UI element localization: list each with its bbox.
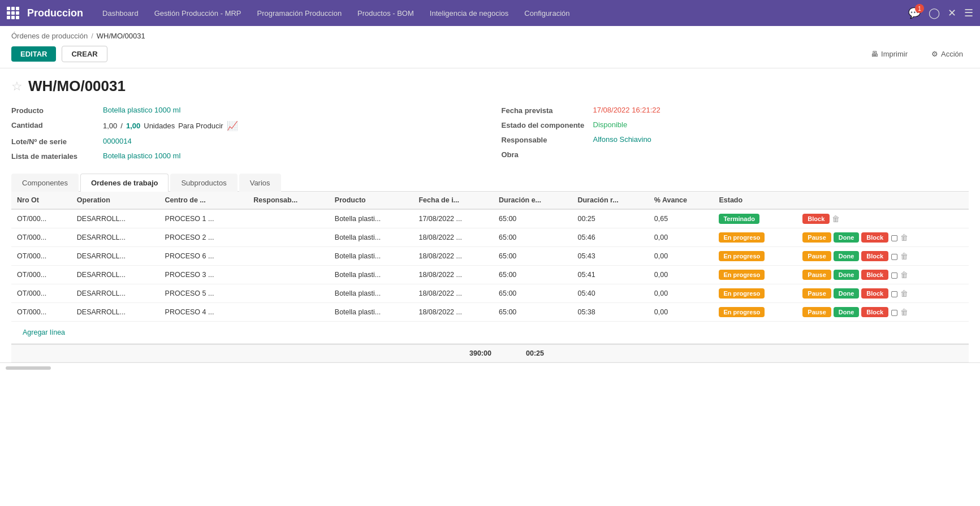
tab-subproductos[interactable]: Subproductos	[170, 174, 237, 192]
mobile-icon-row2[interactable]: ▢	[891, 252, 898, 261]
chart-icon[interactable]: 📈	[227, 120, 238, 131]
delete-icon-row0[interactable]: 🗑	[832, 214, 840, 223]
pause-button-row4[interactable]: Pause	[802, 288, 831, 299]
tab-ordenes[interactable]: Ordenes de trabajo	[80, 174, 169, 192]
cell-estado: En progreso	[713, 303, 797, 322]
delete-icon-row3[interactable]: 🗑	[900, 270, 908, 279]
cell-nro-ot: OT/000...	[11, 228, 71, 247]
table-row: OT/000... DESARROLL... PROCESO 4 ... Bot…	[11, 303, 969, 322]
table-footer-row: 390:00 00:25	[11, 344, 969, 362]
editar-button[interactable]: EDITAR	[11, 46, 56, 62]
done-button-row4[interactable]: Done	[834, 288, 860, 299]
done-button-row2[interactable]: Done	[834, 251, 860, 261]
lista-label: Lista de materiales	[11, 152, 96, 161]
cell-actions-row5: Pause Done Block ▢ 🗑	[797, 303, 969, 322]
mobile-icon-row3[interactable]: ▢	[891, 270, 898, 279]
cell-avance: 0,00	[649, 228, 714, 247]
tab-varios[interactable]: Varios	[239, 174, 281, 192]
nav-programacion[interactable]: Programación Produccion	[249, 0, 350, 26]
cell-responsable	[248, 228, 329, 247]
app-title: Produccion	[27, 7, 83, 19]
cantidad-para: Para Producir	[178, 122, 223, 130]
scrollbar-thumb[interactable]	[6, 366, 51, 370]
cell-operation: DESARROLL...	[71, 266, 159, 284]
status-badge-terminado: Terminado	[719, 214, 759, 224]
delete-icon-row4[interactable]: 🗑	[900, 289, 908, 298]
cell-responsable	[248, 247, 329, 266]
favorite-star-icon[interactable]: ☆	[11, 79, 23, 94]
done-button-row1[interactable]: Done	[834, 232, 860, 243]
block-button-row1[interactable]: Block	[861, 232, 888, 243]
mobile-icon-row1[interactable]: ▢	[891, 233, 898, 242]
fecha-value: 17/08/2022 16:21:22	[593, 106, 660, 114]
pause-button-row2[interactable]: Pause	[802, 251, 831, 261]
status-badge-enprogreso: En progreso	[719, 232, 765, 243]
delete-icon-row5[interactable]: 🗑	[900, 308, 908, 317]
mobile-icon-row5[interactable]: ▢	[891, 308, 898, 317]
cell-avance: 0,65	[649, 209, 714, 228]
block-button-row0[interactable]: Block	[802, 214, 830, 224]
breadcrumb-separator: /	[91, 32, 93, 40]
table-row: OT/000... DESARROLL... PROCESO 5 ... Bot…	[11, 284, 969, 303]
cell-duracion-e: 65:00	[493, 284, 572, 303]
nav-productos[interactable]: Productos - BOM	[349, 0, 422, 26]
field-fecha: Fecha prevista 17/08/2022 16:21:22	[502, 103, 969, 118]
lista-value[interactable]: Botella plastico 1000 ml	[103, 152, 180, 160]
top-navigation: Produccion Dashboard Gestión Producción …	[0, 0, 980, 26]
cell-operation: DESARROLL...	[71, 303, 159, 322]
field-lista: Lista de materiales Botella plastico 100…	[11, 149, 479, 163]
user-menu-button[interactable]: ◯	[929, 7, 940, 19]
cell-centro: PROCESO 3 ...	[159, 266, 248, 284]
cell-fecha: 17/08/2022 ...	[413, 209, 493, 228]
close-button[interactable]: ✕	[948, 7, 956, 19]
tabs-bar: Componentes Ordenes de trabajo Subproduc…	[11, 174, 969, 192]
done-button-row3[interactable]: Done	[834, 270, 860, 280]
cell-estado: En progreso	[713, 266, 797, 284]
cell-centro: PROCESO 5 ...	[159, 284, 248, 303]
notifications-button[interactable]: 💬 1	[908, 7, 921, 19]
cell-operation: DESARROLL...	[71, 209, 159, 228]
pause-button-row1[interactable]: Pause	[802, 232, 831, 243]
cantidad-value: 1,00 / 1,00 Unidades Para Producir 📈	[103, 120, 238, 131]
nav-gestion[interactable]: Gestión Producción - MRP	[146, 0, 249, 26]
cell-avance: 0,00	[649, 247, 714, 266]
delete-icon-row1[interactable]: 🗑	[900, 233, 908, 242]
add-line-row: Agregar línea	[11, 322, 969, 344]
accion-button[interactable]: ⚙ Acción	[926, 46, 969, 62]
field-cantidad: Cantidad 1,00 / 1,00 Unidades Para Produ…	[11, 118, 479, 134]
producto-value[interactable]: Botella plastico 1000 ml	[103, 106, 180, 114]
responsable-label: Responsable	[502, 135, 586, 144]
nav-dashboard[interactable]: Dashboard	[94, 0, 146, 26]
cantidad-unit: Unidades	[144, 122, 175, 130]
horizontal-scrollbar[interactable]	[0, 362, 980, 373]
cell-centro: PROCESO 4 ...	[159, 303, 248, 322]
pause-button-row5[interactable]: Pause	[802, 307, 831, 317]
cell-producto: Botella plasti...	[329, 209, 413, 228]
nav-configuracion[interactable]: Configuración	[516, 0, 577, 26]
status-badge-enprogreso: En progreso	[719, 270, 765, 280]
block-button-row4[interactable]: Block	[861, 288, 888, 299]
cantidad-target[interactable]: 1,00	[126, 122, 140, 130]
field-lote: Lote/Nº de serie 0000014	[11, 134, 479, 149]
form-title: WH/MO/00031	[28, 77, 126, 95]
nav-inteligencia[interactable]: Inteligencia de negocios	[422, 0, 517, 26]
imprimir-button[interactable]: 🖶 Imprimir	[865, 46, 913, 62]
crear-button[interactable]: CREAR	[62, 46, 107, 62]
tab-componentes[interactable]: Componentes	[11, 174, 79, 192]
more-button[interactable]: ☰	[964, 7, 973, 19]
breadcrumb-parent[interactable]: Órdenes de producción	[11, 32, 88, 40]
block-button-row5[interactable]: Block	[861, 307, 888, 317]
responsable-value[interactable]: Alfonso Schiavino	[593, 135, 651, 144]
block-button-row3[interactable]: Block	[861, 270, 888, 280]
pause-button-row3[interactable]: Pause	[802, 270, 831, 280]
done-button-row5[interactable]: Done	[834, 307, 860, 317]
add-line-button[interactable]: Agregar línea	[17, 324, 71, 341]
app-logo[interactable]: Produccion	[7, 7, 94, 19]
delete-icon-row2[interactable]: 🗑	[900, 252, 908, 261]
cell-duracion-r: 05:38	[572, 303, 648, 322]
block-button-row2[interactable]: Block	[861, 251, 888, 261]
cell-fecha: 18/08/2022 ...	[413, 303, 493, 322]
cell-duracion-r: 05:46	[572, 228, 648, 247]
lote-value[interactable]: 0000014	[103, 137, 132, 145]
mobile-icon-row4[interactable]: ▢	[891, 289, 898, 298]
